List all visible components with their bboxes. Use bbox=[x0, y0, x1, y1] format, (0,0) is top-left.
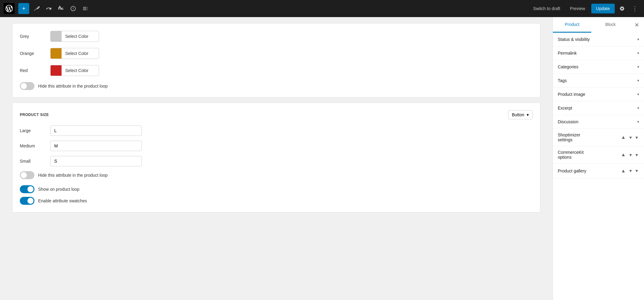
size-hide-label: Hide this attribute in the product loop bbox=[38, 173, 108, 178]
sidebar-item-label-status: Status & visibility bbox=[558, 37, 590, 42]
sidebar-item-label-permalink: Permalink bbox=[558, 51, 577, 56]
sidebar-item-label-excerpt: Excerpt bbox=[558, 106, 572, 110]
list-view-button[interactable] bbox=[80, 4, 90, 13]
sidebar-item-tags[interactable]: Tags ▾ bbox=[553, 74, 644, 88]
show-on-loop-toggle[interactable] bbox=[20, 185, 34, 193]
color-hide-slider bbox=[20, 82, 34, 90]
toolbar-right: Switch to draft Preview Update ⋮ bbox=[529, 4, 640, 13]
size-section: PRODUCT SIZE Button ▾ Large Medium Small bbox=[12, 103, 540, 212]
color-hide-label: Hide this attribute in the product loop bbox=[38, 84, 108, 89]
size-label-large: Large bbox=[20, 128, 44, 133]
product-gallery-up-button[interactable]: ▲ bbox=[620, 168, 627, 174]
shoptimizer-more-button[interactable]: ▾ bbox=[634, 134, 639, 141]
preview-button[interactable]: Preview bbox=[566, 4, 589, 13]
switch-to-draft-button[interactable]: Switch to draft bbox=[529, 4, 564, 13]
size-section-header: PRODUCT SIZE Button ▾ bbox=[20, 110, 533, 119]
product-gallery-down-button[interactable]: ▾ bbox=[628, 167, 633, 174]
size-row-small: Small bbox=[20, 156, 533, 166]
size-dropdown-arrow: ▾ bbox=[527, 112, 529, 117]
tab-block[interactable]: Block bbox=[591, 17, 630, 33]
sidebar-item-discussion[interactable]: Discussion ▾ bbox=[553, 115, 644, 129]
sidebar-item-label-product-image: Product image bbox=[558, 92, 585, 97]
color-label-grey: Grey bbox=[20, 34, 44, 39]
select-color-btn-grey[interactable]: Select Color bbox=[50, 31, 99, 42]
color-section: Grey Select Color Orange Select Color Re… bbox=[12, 23, 540, 98]
settings-button[interactable] bbox=[617, 4, 627, 13]
enable-swatches-label: Enable attribute swatches bbox=[38, 198, 87, 203]
size-display-dropdown[interactable]: Button ▾ bbox=[508, 110, 533, 119]
chevron-down-icon-excerpt: ▾ bbox=[637, 106, 639, 110]
shoptimizer-down-button[interactable]: ▾ bbox=[628, 134, 633, 141]
select-color-btn-red[interactable]: Select Color bbox=[50, 65, 99, 76]
chevron-down-icon-tags: ▾ bbox=[637, 78, 639, 83]
add-block-button[interactable]: + bbox=[18, 3, 29, 14]
sidebar-item-excerpt[interactable]: Excerpt ▾ bbox=[553, 101, 644, 115]
close-sidebar-button[interactable]: ✕ bbox=[630, 18, 644, 32]
color-row-red: Red Select Color bbox=[20, 65, 533, 76]
list-view-icon bbox=[82, 5, 88, 12]
main-layout: Grey Select Color Orange Select Color Re… bbox=[0, 17, 644, 300]
more-options-button[interactable]: ⋮ bbox=[629, 4, 640, 13]
wp-logo bbox=[4, 3, 15, 14]
show-on-loop-slider bbox=[20, 185, 34, 193]
sidebar-item-label-tags: Tags bbox=[558, 78, 567, 83]
product-gallery-more-button[interactable]: ▾ bbox=[634, 167, 639, 174]
size-input-medium[interactable] bbox=[50, 141, 142, 151]
select-color-text-red: Select Color bbox=[62, 68, 92, 73]
update-button[interactable]: Update bbox=[591, 4, 615, 13]
show-on-loop-label: Show on product loop bbox=[38, 187, 79, 192]
chevron-down-icon-status: ▾ bbox=[637, 37, 639, 42]
sidebar-item-categories[interactable]: Categories ▾ bbox=[553, 60, 644, 74]
sidebar-item-label-discussion: Discussion bbox=[558, 119, 578, 124]
size-display-value: Button bbox=[512, 112, 524, 117]
shoptimizer-controls: ▲ ▾ ▾ bbox=[620, 134, 639, 141]
sidebar-item-label-categories: Categories bbox=[558, 64, 578, 69]
color-swatch-grey bbox=[51, 31, 62, 42]
color-label-red: Red bbox=[20, 68, 44, 73]
size-label-medium: Medium bbox=[20, 143, 44, 148]
gear-icon bbox=[619, 5, 625, 12]
sidebar-item-label-product-gallery: Product gallery bbox=[558, 168, 620, 173]
redo-icon bbox=[58, 5, 64, 12]
info-button[interactable] bbox=[68, 4, 78, 13]
size-input-large[interactable] bbox=[50, 125, 142, 136]
size-hide-slider bbox=[20, 171, 34, 179]
shoptimizer-up-button[interactable]: ▲ bbox=[620, 134, 627, 141]
undo-icon bbox=[46, 5, 52, 12]
size-input-small[interactable] bbox=[50, 156, 142, 166]
color-hide-toggle[interactable] bbox=[20, 82, 34, 90]
wp-logo-icon bbox=[5, 5, 13, 12]
enable-swatches-toggle[interactable] bbox=[20, 197, 34, 205]
sidebar-item-permalink[interactable]: Permalink ▾ bbox=[553, 46, 644, 60]
chevron-down-icon-categories: ▾ bbox=[637, 65, 639, 69]
color-hide-toggle-row: Hide this attribute in the product loop bbox=[20, 82, 533, 90]
size-row-medium: Medium bbox=[20, 141, 533, 151]
sidebar-item-status-visibility[interactable]: Status & visibility ▾ bbox=[553, 33, 644, 46]
sidebar-item-shoptimizer[interactable]: Shoptimizersettings ▲ ▾ ▾ bbox=[553, 129, 644, 146]
enable-swatches-row: Enable attribute swatches bbox=[20, 197, 533, 205]
select-color-text-orange: Select Color bbox=[62, 51, 92, 56]
chevron-down-icon-permalink: ▾ bbox=[637, 51, 639, 55]
select-color-btn-orange[interactable]: Select Color bbox=[50, 48, 99, 59]
redo-button[interactable] bbox=[56, 4, 66, 13]
commercekit-controls: ▲ ▾ ▾ bbox=[620, 151, 639, 158]
commercekit-down-button[interactable]: ▾ bbox=[628, 151, 633, 158]
commercekit-more-button[interactable]: ▾ bbox=[634, 151, 639, 158]
sidebar: Product Block ✕ Status & visibility ▾ Pe… bbox=[553, 17, 644, 300]
sidebar-item-label-commercekit: CommerceKitoptions bbox=[558, 150, 620, 160]
color-row-grey: Grey Select Color bbox=[20, 31, 533, 42]
sidebar-item-product-image[interactable]: Product image ▾ bbox=[553, 88, 644, 101]
color-swatch-orange bbox=[51, 48, 62, 59]
product-gallery-controls: ▲ ▾ ▾ bbox=[620, 167, 639, 174]
info-icon bbox=[70, 5, 76, 12]
color-swatch-red bbox=[51, 65, 62, 76]
tab-product[interactable]: Product bbox=[553, 17, 591, 33]
commercekit-up-button[interactable]: ▲ bbox=[620, 151, 627, 158]
undo-button[interactable] bbox=[44, 4, 54, 13]
show-on-loop-row: Show on product loop bbox=[20, 185, 533, 193]
sidebar-item-commercekit[interactable]: CommerceKitoptions ▲ ▾ ▾ bbox=[553, 146, 644, 164]
edit-button[interactable] bbox=[32, 4, 41, 13]
size-section-title: PRODUCT SIZE bbox=[20, 113, 49, 117]
sidebar-item-product-gallery[interactable]: Product gallery ▲ ▾ ▾ bbox=[553, 164, 644, 178]
size-hide-toggle[interactable] bbox=[20, 171, 34, 179]
